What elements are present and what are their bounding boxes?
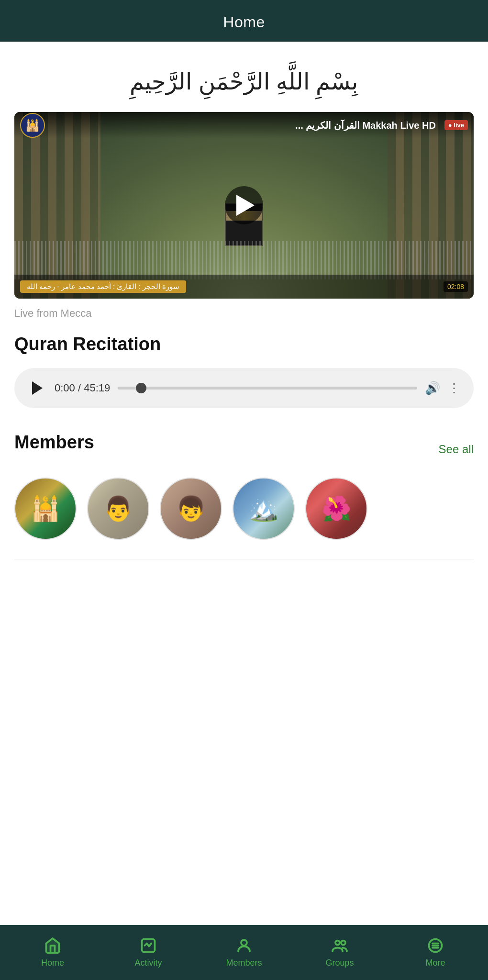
nav-item-home[interactable]: Home — [5, 937, 100, 968]
surah-info: سورة الحجر : القارئ : أحمد محمد عامر - ر… — [20, 280, 186, 293]
svg-point-2 — [335, 941, 340, 945]
audio-play-button[interactable] — [28, 379, 47, 398]
app-header: Home — [0, 0, 488, 42]
audio-time-display: 0:00 / 45:19 — [55, 382, 110, 394]
member-avatar-1[interactable]: 🕌 — [14, 478, 77, 540]
live-caption: Live from Mecca — [14, 307, 474, 320]
see-all-button[interactable]: See all — [439, 443, 474, 456]
groups-icon — [331, 937, 348, 954]
nav-label-groups: Groups — [325, 958, 354, 968]
avatar-4-icon: 🏔️ — [233, 479, 294, 539]
avatar-1-icon: 🕌 — [15, 479, 76, 539]
svg-point-3 — [341, 941, 345, 945]
main-content: بِسْمِ اللَّهِ الرَّحْمَنِ الرَّحِيمِ 🕌 … — [0, 42, 488, 617]
nav-label-more: More — [425, 958, 445, 968]
quran-section-title: Quran Recitation — [14, 334, 474, 355]
bottom-nav: Home Activity Members Groups — [0, 925, 488, 980]
bismillah-text: بِسْمِ اللَّهِ الرَّحْمَنِ الرَّحِيمِ — [14, 66, 474, 98]
play-triangle-icon — [236, 195, 255, 216]
members-icon — [235, 937, 253, 954]
channel-title: Makkah Live HD القرآن الكريم ... — [50, 120, 436, 131]
volume-icon[interactable]: 🔊 — [425, 381, 440, 396]
header-title: Home — [223, 13, 265, 31]
play-button[interactable] — [225, 186, 263, 224]
nav-item-members[interactable]: Members — [196, 937, 292, 968]
member-avatar-5[interactable]: 🌺 — [305, 478, 367, 540]
nav-item-groups[interactable]: Groups — [292, 937, 388, 968]
avatar-5-icon: 🌺 — [306, 479, 366, 539]
channel-logo: 🕌 — [20, 113, 45, 138]
members-section-title: Members — [14, 432, 94, 453]
nav-item-more[interactable]: More — [388, 937, 483, 968]
audio-player: 0:00 / 45:19 🔊 ⋮ — [14, 368, 474, 408]
members-list: 🕌 👨 👦 🏔️ 🌺 — [14, 478, 474, 540]
avatar-2-icon: 👨 — [88, 479, 148, 539]
nav-label-activity: Activity — [134, 958, 162, 968]
crowd — [14, 241, 474, 279]
nav-item-activity[interactable]: Activity — [100, 937, 196, 968]
members-header: Members See all — [14, 432, 474, 466]
mosque-icon: 🕌 — [25, 119, 40, 132]
section-divider — [14, 559, 474, 559]
audio-progress-bar[interactable] — [118, 387, 417, 390]
more-icon — [427, 937, 444, 954]
audio-play-icon — [32, 381, 43, 395]
activity-icon — [140, 937, 157, 954]
member-avatar-2[interactable]: 👨 — [87, 478, 149, 540]
nav-label-home: Home — [41, 958, 64, 968]
member-avatar-3[interactable]: 👦 — [160, 478, 222, 540]
live-badge: ● live — [444, 120, 468, 130]
video-top-bar: 🕌 Makkah Live HD القرآن الكريم ... ● liv… — [14, 112, 474, 138]
video-timestamp: 02:08 — [444, 281, 468, 292]
member-avatar-4[interactable]: 🏔️ — [233, 478, 295, 540]
svg-point-1 — [241, 940, 247, 946]
video-thumbnail: 🕌 Makkah Live HD القرآن الكريم ... ● liv… — [14, 112, 474, 299]
audio-progress-dot[interactable] — [136, 383, 146, 393]
avatar-3-icon: 👦 — [161, 479, 221, 539]
home-icon — [44, 937, 61, 954]
nav-label-members: Members — [226, 958, 262, 968]
video-container[interactable]: 🕌 Makkah Live HD القرآن الكريم ... ● liv… — [14, 112, 474, 299]
video-bottom-bar: سورة الحجر : القارئ : أحمد محمد عامر - ر… — [14, 275, 474, 299]
audio-more-icon[interactable]: ⋮ — [448, 381, 460, 396]
